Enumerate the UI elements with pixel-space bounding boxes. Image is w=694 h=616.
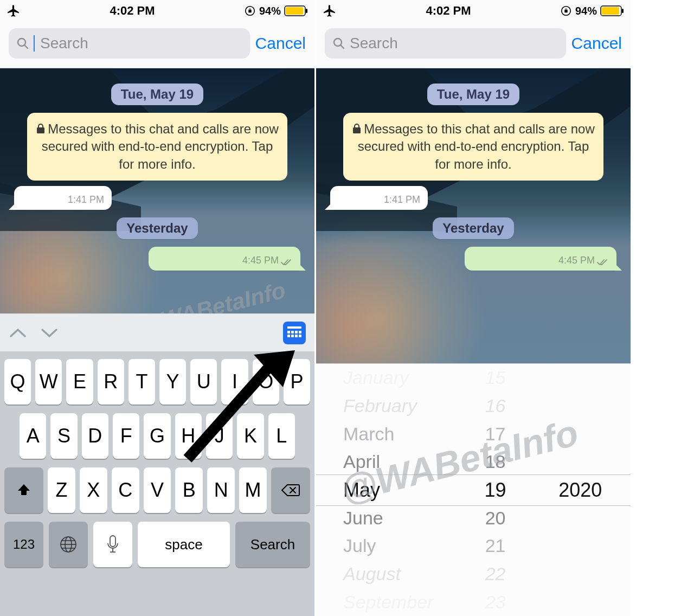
encryption-notice[interactable]: Messages to this chat and calls are now … [343,113,603,181]
day-pill: Yesterday [433,217,513,239]
battery-percent: 94% [259,5,281,17]
incoming-timestamp: 1:41 PM [68,194,104,206]
chevron-down-icon[interactable] [40,326,59,339]
calendar-icon [287,326,301,339]
status-time: 4:02 PM [426,4,471,18]
incoming-bubble[interactable]: 1:41 PM [14,186,112,210]
key-123[interactable]: 123 [4,522,43,567]
mic-icon [106,535,119,554]
svg-rect-19 [622,9,624,13]
key-u[interactable]: U [190,359,217,405]
key-i[interactable]: I [221,359,248,405]
key-q[interactable]: Q [4,359,31,405]
key-n[interactable]: N [207,467,235,513]
calendar-button[interactable] [283,322,306,344]
status-bar: 4:02 PM 94% [0,0,314,22]
picker-option[interactable]: 2020 [558,475,602,505]
picker-option[interactable]: 16 [485,392,506,420]
chat-area: Tue, May 19 Messages to this chat and ca… [316,68,631,363]
encryption-text: Messages to this chat and calls are now … [358,121,595,171]
key-s[interactable]: S [50,413,77,459]
picker-option[interactable]: 18 [485,448,506,476]
incoming-bubble[interactable]: 1:41 PM [330,186,428,210]
key-search[interactable]: Search [235,522,310,567]
picker-option[interactable]: 20 [485,504,506,532]
picker-option[interactable]: 19 [485,476,506,504]
lock-icon [36,123,46,134]
picker-option[interactable]: 21 [485,532,506,560]
picker-option[interactable]: August [343,560,401,588]
key-e[interactable]: E [66,359,93,405]
outgoing-timestamp: 4:45 PM [558,255,595,266]
key-z[interactable]: Z [48,467,75,513]
key-r[interactable]: R [98,359,124,405]
key-a[interactable]: A [20,413,46,459]
svg-line-21 [341,45,344,48]
key-m[interactable]: M [239,467,267,513]
key-x[interactable]: X [80,467,107,513]
picker-year-column[interactable]: 2020 [530,364,631,616]
battery-icon [600,5,624,16]
keyboard-accessory-bar [0,313,314,351]
text-cursor [34,35,35,52]
picker-option[interactable]: 15 [485,364,506,392]
key-globe[interactable] [49,522,88,567]
key-y[interactable]: Y [159,359,186,405]
picker-option[interactable]: April [343,448,380,476]
key-backspace[interactable] [271,467,310,513]
picker-option[interactable]: February [343,392,417,420]
left-screenshot: 4:02 PM 94% Search Cancel [0,0,314,616]
incoming-timestamp: 1:41 PM [384,194,420,206]
picker-option[interactable]: July [343,532,376,560]
key-p[interactable]: P [284,359,310,405]
key-shift[interactable] [4,467,43,513]
picker-option[interactable]: January [343,364,409,392]
chat-area: Tue, May 19 Messages to this chat and ca… [0,68,314,313]
picker-option[interactable]: May [343,476,380,504]
key-d[interactable]: D [82,413,108,459]
rotation-lock-icon [244,5,256,17]
picker-month-column[interactable]: JanuaryFebruaryMarchAprilMayJuneJulyAugu… [316,364,461,616]
cancel-button[interactable]: Cancel [255,34,306,53]
airplane-mode-icon [7,4,21,18]
key-w[interactable]: W [35,359,62,405]
rotation-lock-icon [560,5,572,17]
right-screenshot: 4:02 PM 94% Search Cancel [316,0,631,616]
key-k[interactable]: K [237,413,264,459]
read-ticks-icon [281,259,293,266]
picker-option[interactable]: 17 [485,420,506,448]
chevron-up-icon[interactable] [9,326,27,339]
picker-option[interactable]: March [343,420,394,448]
outgoing-bubble[interactable]: 4:45 PM [149,247,300,271]
key-l[interactable]: L [268,413,295,459]
search-input[interactable]: Search [9,28,250,59]
key-b[interactable]: B [175,467,203,513]
date-pill: Tue, May 19 [111,84,203,105]
key-space[interactable]: space [138,522,230,567]
key-o[interactable]: O [253,359,279,405]
search-placeholder: Search [350,35,558,52]
key-h[interactable]: H [175,413,202,459]
battery-percent: 94% [575,5,597,17]
cancel-button[interactable]: Cancel [571,34,622,53]
key-f[interactable]: F [113,413,139,459]
picker-option[interactable]: September [343,588,433,616]
airplane-mode-icon [323,4,337,18]
key-v[interactable]: V [144,467,171,513]
key-t[interactable]: T [128,359,155,405]
key-c[interactable]: C [112,467,139,513]
picker-option[interactable]: 22 [485,560,506,588]
picker-option[interactable]: 23 [485,588,506,616]
search-row: Search Cancel [316,22,631,68]
outgoing-bubble[interactable]: 4:45 PM [465,247,616,271]
picker-day-column[interactable]: 151617181920212223 [461,364,530,616]
key-g[interactable]: G [144,413,170,459]
picker-option[interactable]: June [343,504,383,532]
key-j[interactable]: J [206,413,233,459]
read-ticks-icon [597,259,609,266]
search-input[interactable]: Search [325,28,566,59]
encryption-notice[interactable]: Messages to this chat and calls are now … [27,113,287,181]
date-picker[interactable]: @WABetaInfo JanuaryFebruaryMarchAprilMay… [316,363,631,616]
key-dictation[interactable] [93,522,132,567]
status-time: 4:02 PM [110,4,155,18]
